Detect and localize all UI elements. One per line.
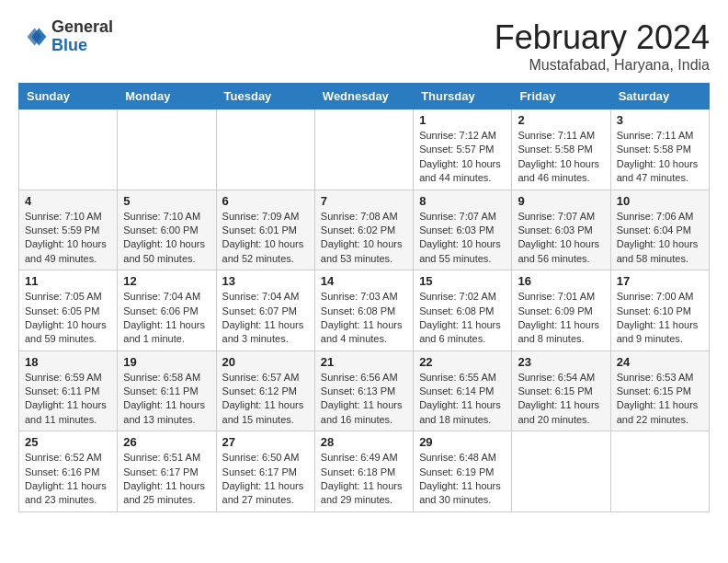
calendar-cell	[216, 109, 314, 190]
calendar-cell: 8Sunrise: 7:07 AM Sunset: 6:03 PM Daylig…	[414, 190, 512, 270]
weekday-header-monday: Monday	[118, 84, 216, 109]
day-number: 28	[321, 435, 407, 449]
day-number: 24	[617, 355, 703, 369]
day-info: Sunrise: 7:06 AM Sunset: 6:04 PM Dayligh…	[617, 210, 703, 267]
weekday-header-tuesday: Tuesday	[216, 84, 314, 109]
day-info: Sunrise: 7:08 AM Sunset: 6:02 PM Dayligh…	[321, 210, 407, 267]
location-title: Mustafabad, Haryana, India	[495, 57, 710, 74]
calendar-cell: 16Sunrise: 7:01 AM Sunset: 6:09 PM Dayli…	[512, 270, 610, 351]
day-info: Sunrise: 7:10 AM Sunset: 5:59 PM Dayligh…	[25, 210, 111, 267]
day-info: Sunrise: 6:57 AM Sunset: 6:12 PM Dayligh…	[222, 371, 309, 428]
day-info: Sunrise: 6:53 AM Sunset: 6:15 PM Dayligh…	[617, 371, 703, 428]
weekday-header-saturday: Saturday	[610, 84, 709, 109]
calendar-cell: 26Sunrise: 6:51 AM Sunset: 6:17 PM Dayli…	[118, 431, 216, 512]
day-number: 7	[321, 194, 407, 208]
calendar-cell: 9Sunrise: 7:07 AM Sunset: 6:03 PM Daylig…	[512, 190, 610, 270]
day-number: 3	[617, 113, 703, 127]
calendar-cell: 2Sunrise: 7:11 AM Sunset: 5:58 PM Daylig…	[512, 109, 610, 190]
calendar-cell: 22Sunrise: 6:55 AM Sunset: 6:14 PM Dayli…	[414, 350, 512, 431]
calendar-cell: 6Sunrise: 7:09 AM Sunset: 6:01 PM Daylig…	[216, 190, 314, 270]
day-number: 18	[25, 355, 111, 369]
day-number: 13	[222, 274, 309, 288]
calendar-cell	[512, 431, 610, 512]
day-number: 15	[419, 274, 506, 288]
weekday-header-sunday: Sunday	[19, 84, 118, 109]
calendar-cell: 21Sunrise: 6:56 AM Sunset: 6:13 PM Dayli…	[314, 350, 413, 431]
day-info: Sunrise: 7:07 AM Sunset: 6:03 PM Dayligh…	[518, 210, 604, 267]
calendar-cell: 29Sunrise: 6:48 AM Sunset: 6:19 PM Dayli…	[414, 431, 512, 512]
day-info: Sunrise: 7:04 AM Sunset: 6:07 PM Dayligh…	[222, 290, 309, 347]
day-number: 1	[419, 113, 506, 127]
day-info: Sunrise: 7:07 AM Sunset: 6:03 PM Dayligh…	[419, 210, 506, 267]
calendar-cell: 13Sunrise: 7:04 AM Sunset: 6:07 PM Dayli…	[216, 270, 314, 351]
calendar-cell: 20Sunrise: 6:57 AM Sunset: 6:12 PM Dayli…	[216, 350, 314, 431]
day-number: 20	[222, 355, 309, 369]
weekday-header-row: SundayMondayTuesdayWednesdayThursdayFrid…	[19, 84, 710, 109]
day-info: Sunrise: 7:01 AM Sunset: 6:09 PM Dayligh…	[518, 290, 604, 347]
week-row-2: 4Sunrise: 7:10 AM Sunset: 5:59 PM Daylig…	[19, 190, 710, 270]
month-title: February 2024	[495, 18, 710, 57]
calendar-cell: 27Sunrise: 6:50 AM Sunset: 6:17 PM Dayli…	[216, 431, 314, 512]
week-row-1: 1Sunrise: 7:12 AM Sunset: 5:57 PM Daylig…	[19, 109, 710, 190]
day-number: 11	[25, 274, 111, 288]
day-info: Sunrise: 7:03 AM Sunset: 6:08 PM Dayligh…	[321, 290, 407, 347]
day-number: 6	[222, 194, 309, 208]
day-number: 8	[419, 194, 506, 208]
weekday-header-friday: Friday	[512, 84, 610, 109]
calendar-table: SundayMondayTuesdayWednesdayThursdayFrid…	[18, 83, 710, 512]
day-number: 10	[617, 194, 703, 208]
calendar-cell: 7Sunrise: 7:08 AM Sunset: 6:02 PM Daylig…	[314, 190, 413, 270]
day-number: 9	[518, 194, 604, 208]
day-number: 17	[617, 274, 703, 288]
calendar-cell: 4Sunrise: 7:10 AM Sunset: 5:59 PM Daylig…	[19, 190, 118, 270]
day-number: 4	[25, 194, 111, 208]
calendar-cell: 10Sunrise: 7:06 AM Sunset: 6:04 PM Dayli…	[610, 190, 709, 270]
week-row-5: 25Sunrise: 6:52 AM Sunset: 6:16 PM Dayli…	[19, 431, 710, 512]
day-info: Sunrise: 7:10 AM Sunset: 6:00 PM Dayligh…	[123, 210, 210, 267]
calendar-cell	[610, 431, 709, 512]
calendar-cell: 5Sunrise: 7:10 AM Sunset: 6:00 PM Daylig…	[118, 190, 216, 270]
day-info: Sunrise: 6:55 AM Sunset: 6:14 PM Dayligh…	[419, 371, 506, 428]
day-number: 21	[321, 355, 407, 369]
day-number: 22	[419, 355, 506, 369]
logo-text: General Blue	[51, 18, 113, 55]
day-number: 12	[123, 274, 210, 288]
day-number: 27	[222, 435, 309, 449]
day-info: Sunrise: 7:02 AM Sunset: 6:08 PM Dayligh…	[419, 290, 506, 347]
day-number: 16	[518, 274, 604, 288]
day-number: 14	[321, 274, 407, 288]
day-number: 29	[419, 435, 506, 449]
day-info: Sunrise: 7:05 AM Sunset: 6:05 PM Dayligh…	[25, 290, 111, 347]
calendar-cell: 28Sunrise: 6:49 AM Sunset: 6:18 PM Dayli…	[314, 431, 413, 512]
calendar-cell: 25Sunrise: 6:52 AM Sunset: 6:16 PM Dayli…	[19, 431, 118, 512]
calendar-cell: 17Sunrise: 7:00 AM Sunset: 6:10 PM Dayli…	[610, 270, 709, 351]
day-info: Sunrise: 6:50 AM Sunset: 6:17 PM Dayligh…	[222, 451, 309, 508]
day-number: 19	[123, 355, 210, 369]
day-number: 26	[123, 435, 210, 449]
calendar-cell: 3Sunrise: 7:11 AM Sunset: 5:58 PM Daylig…	[610, 109, 709, 190]
day-info: Sunrise: 6:54 AM Sunset: 6:15 PM Dayligh…	[518, 371, 604, 428]
page-header: General Blue February 2024 Mustafabad, H…	[18, 18, 710, 74]
day-number: 25	[25, 435, 111, 449]
calendar-cell: 15Sunrise: 7:02 AM Sunset: 6:08 PM Dayli…	[414, 270, 512, 351]
weekday-header-wednesday: Wednesday	[314, 84, 413, 109]
title-block: February 2024 Mustafabad, Haryana, India	[495, 18, 710, 74]
day-info: Sunrise: 6:48 AM Sunset: 6:19 PM Dayligh…	[419, 451, 506, 508]
day-number: 2	[518, 113, 604, 127]
calendar-cell: 19Sunrise: 6:58 AM Sunset: 6:11 PM Dayli…	[118, 350, 216, 431]
calendar-cell: 1Sunrise: 7:12 AM Sunset: 5:57 PM Daylig…	[414, 109, 512, 190]
day-info: Sunrise: 6:51 AM Sunset: 6:17 PM Dayligh…	[123, 451, 210, 508]
logo: General Blue	[18, 18, 113, 55]
week-row-3: 11Sunrise: 7:05 AM Sunset: 6:05 PM Dayli…	[19, 270, 710, 351]
day-info: Sunrise: 6:56 AM Sunset: 6:13 PM Dayligh…	[321, 371, 407, 428]
calendar-cell: 11Sunrise: 7:05 AM Sunset: 6:05 PM Dayli…	[19, 270, 118, 351]
calendar-cell: 12Sunrise: 7:04 AM Sunset: 6:06 PM Dayli…	[118, 270, 216, 351]
weekday-header-thursday: Thursday	[414, 84, 512, 109]
day-info: Sunrise: 6:49 AM Sunset: 6:18 PM Dayligh…	[321, 451, 407, 508]
day-info: Sunrise: 7:04 AM Sunset: 6:06 PM Dayligh…	[123, 290, 210, 347]
calendar-cell	[118, 109, 216, 190]
logo-icon	[18, 22, 48, 52]
day-number: 5	[123, 194, 210, 208]
calendar-cell	[314, 109, 413, 190]
day-info: Sunrise: 6:52 AM Sunset: 6:16 PM Dayligh…	[25, 451, 111, 508]
